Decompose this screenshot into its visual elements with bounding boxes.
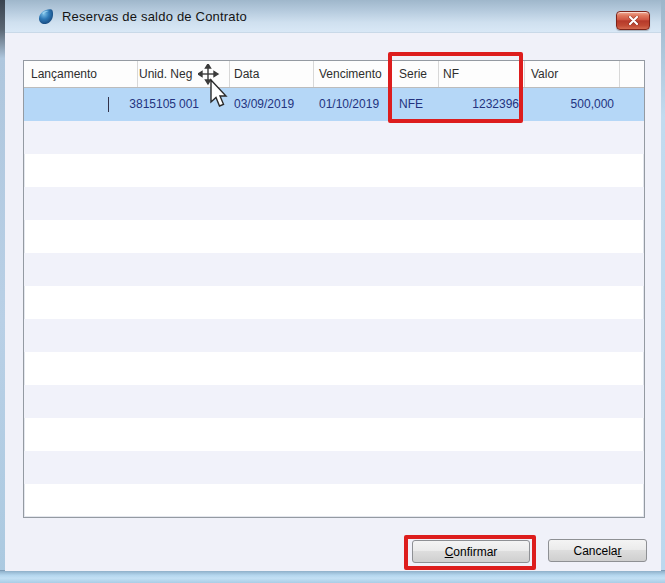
- cancel-button[interactable]: Cancelar: [548, 539, 647, 562]
- table-row-empty: [24, 451, 644, 484]
- close-button[interactable]: [616, 11, 650, 30]
- col-header-lancamento[interactable]: Lançamento: [31, 61, 97, 88]
- table-row-empty: [24, 385, 644, 418]
- cancel-button-label: Cancela: [573, 544, 617, 558]
- cell-data: 03/09/2019: [234, 88, 294, 121]
- col-header-unid-neg[interactable]: Unid. Neg: [139, 61, 192, 88]
- column-separator[interactable]: [619, 61, 620, 87]
- window-frame-bottom: [0, 570, 665, 583]
- dialog-client-area: Lançamento Unid. Neg Data Vencimento Ser…: [5, 33, 661, 571]
- highlight-confirm-button: [404, 535, 536, 570]
- cancel-button-accel: r: [618, 544, 622, 558]
- table-row-empty: [24, 154, 644, 187]
- col-header-valor[interactable]: Valor: [531, 61, 558, 88]
- column-separator[interactable]: [229, 61, 230, 87]
- table-row-empty: [24, 187, 644, 220]
- table-row-empty: [24, 484, 644, 517]
- table-row-selected[interactable]: 3815105 001 03/09/2019 01/10/2019 NFE 12…: [24, 88, 644, 121]
- col-header-data[interactable]: Data: [234, 61, 259, 88]
- cell-vencimento: 01/10/2019: [319, 88, 379, 121]
- grid-header-row: Lançamento Unid. Neg Data Vencimento Ser…: [24, 61, 644, 88]
- window-title: Reservas de saldo de Contrato: [62, 9, 247, 24]
- highlight-serie-nf-columns: [388, 52, 523, 123]
- title-bar[interactable]: Reservas de saldo de Contrato: [5, 0, 661, 33]
- table-row-empty: [24, 319, 644, 352]
- table-row-empty: [24, 220, 644, 253]
- cell-valor: 500,000: [519, 88, 614, 121]
- table-row-empty: [24, 253, 644, 286]
- dialog-window: Reservas de saldo de Contrato Lançamento…: [0, 0, 665, 583]
- cell-unid-neg: 001: [179, 88, 199, 121]
- close-icon: [628, 16, 639, 25]
- col-header-vencimento[interactable]: Vencimento: [319, 61, 382, 88]
- cell-lancamento: 3815105: [24, 88, 176, 121]
- table-row-empty: [24, 352, 644, 385]
- window-frame-right: [661, 0, 665, 583]
- column-separator[interactable]: [313, 61, 314, 87]
- column-separator[interactable]: [137, 61, 138, 87]
- table-row-empty: [24, 121, 644, 154]
- column-separator[interactable]: [524, 61, 525, 87]
- grid-body: 3815105 001 03/09/2019 01/10/2019 NFE 12…: [24, 88, 644, 517]
- app-drop-icon: [36, 7, 56, 27]
- table-row-empty: [24, 418, 644, 451]
- table-row-empty: [24, 286, 644, 319]
- reservas-grid: Lançamento Unid. Neg Data Vencimento Ser…: [23, 60, 645, 518]
